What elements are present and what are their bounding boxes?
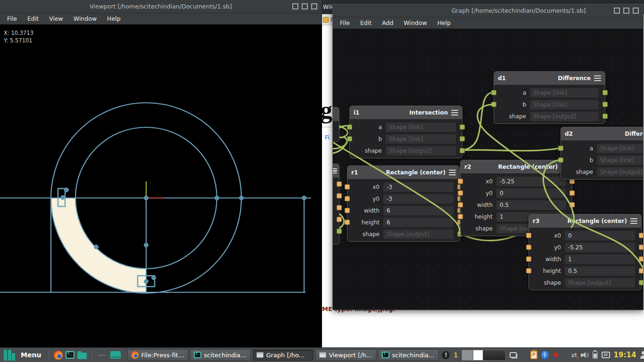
terminal-launcher-icon[interactable]: ❯_: [66, 351, 74, 359]
show-desktop-icon[interactable]: [110, 351, 121, 359]
viewport-canvas[interactable]: X: 10.3713 Y: 5.57101: [0, 25, 322, 347]
taskbar-button-label: scitechindia...: [392, 352, 434, 359]
node-graph-canvas[interactable]: i1IntersectionaShape [link]bShape [link]…: [333, 29, 643, 309]
menu-item-help[interactable]: Help: [102, 15, 126, 22]
taskbar-button-graph-ho[interactable]: Graph [/ho...: [253, 349, 314, 361]
taskbar-button-label: Graph [/ho...: [266, 352, 305, 359]
firefox-icon: [131, 351, 139, 359]
maximize-button[interactable]: [302, 3, 308, 9]
divider: [565, 350, 566, 360]
minimize-button[interactable]: [614, 8, 620, 14]
menu-item-window[interactable]: Window: [68, 15, 102, 22]
control-point[interactable]: [215, 196, 219, 200]
notification-count: 1: [454, 351, 457, 359]
graph-window-buttons: [614, 8, 639, 14]
menu-item-help[interactable]: Help: [432, 19, 456, 26]
viewport-title: Viewport [/home/scitechindian/Documents/…: [90, 3, 232, 10]
cursor-y: Y: 5.57101: [4, 37, 33, 44]
control-point[interactable]: [152, 276, 156, 280]
clipboard-icon[interactable]: P: [530, 351, 537, 359]
taskbar-button-file-press-fit[interactable]: File:Press-fit-...: [127, 349, 188, 361]
menu-item-window[interactable]: Window: [398, 19, 432, 26]
screensaver-icon[interactable]: zz: [602, 352, 610, 358]
bluetooth-icon[interactable]: ᛒ: [541, 351, 549, 360]
viewport-menubar: FileEditViewWindowHelp: [0, 13, 322, 25]
viewport-titlebar[interactable]: Viewport [/home/scitechindian/Documents/…: [0, 0, 322, 13]
terminal-icon: ❯: [382, 352, 389, 358]
control-point[interactable]: [302, 196, 306, 200]
taskbar-button-label: Viewport [/h...: [329, 352, 372, 359]
control-point[interactable]: [61, 196, 65, 200]
divider: [49, 350, 49, 360]
window-icon: [256, 352, 264, 358]
menu-item-file[interactable]: File: [2, 15, 22, 22]
control-point[interactable]: [94, 245, 99, 249]
control-point[interactable]: [239, 196, 244, 200]
cursor-x: X: 10.3713: [4, 29, 33, 37]
divider: [524, 350, 525, 360]
menu-button[interactable]: Menu: [21, 351, 41, 359]
control-point[interactable]: [65, 188, 69, 192]
user-icon[interactable]: [640, 351, 644, 359]
control-point[interactable]: [144, 280, 149, 284]
filled-arc-region[interactable]: [51, 198, 146, 293]
control-point[interactable]: [144, 196, 149, 200]
workspace-3[interactable]: [483, 350, 505, 360]
workspace-2[interactable]: [473, 350, 483, 360]
menu-item-edit[interactable]: Edit: [22, 15, 44, 22]
overflow-icon[interactable]: ⋯: [99, 351, 106, 359]
taskbar-button-scitechindia[interactable]: ❯scitechindia...: [190, 349, 251, 361]
minimize-button[interactable]: [292, 3, 298, 9]
viewport-window: Viewport [/home/scitechindian/Documents/…: [0, 0, 322, 347]
page-link-fragment[interactable]: Fi: [325, 134, 330, 141]
page-heading-fragment: g: [322, 96, 332, 124]
window-icon: [319, 352, 326, 358]
viewport-window-buttons: [292, 3, 317, 9]
menu-item-edit[interactable]: Edit: [355, 19, 377, 26]
divider: [91, 350, 92, 360]
graph-title: Graph [/home/scitechindian/Documents/1.s…: [452, 7, 586, 14]
close-button[interactable]: [311, 3, 317, 9]
taskbar-button-scitechindia[interactable]: ❯scitechindia...: [378, 349, 439, 361]
files-launcher-icon[interactable]: [77, 353, 87, 359]
desktop: Wiki Pr g Fi ME type: image/jpeg. Viewpo…: [0, 0, 644, 362]
window-list-icon[interactable]: [510, 352, 517, 358]
menu-logo-icon[interactable]: [4, 350, 15, 361]
network-icon[interactable]: ⇄x: [571, 351, 577, 359]
battery-icon[interactable]: [593, 351, 598, 359]
cursor-coordinates: X: 10.3713 Y: 5.57101: [4, 29, 33, 44]
taskbar-button-label: File:Press-fit-...: [141, 352, 184, 359]
close-button[interactable]: [633, 8, 639, 14]
firefox-launcher-icon[interactable]: [54, 351, 63, 360]
node-wires-overlay: [333, 29, 643, 309]
menu-item-add[interactable]: Add: [377, 19, 398, 26]
notification-icon[interactable]: !: [442, 351, 450, 359]
updates-icon[interactable]: ✸: [553, 351, 559, 359]
terminal-icon: ❯: [194, 352, 201, 358]
system-tray: ! 1 P ᛒ ✸ ⇄x )) zz 19:14: [442, 350, 644, 361]
taskbar-button-label: scitechindia...: [204, 352, 246, 359]
cad-drawing[interactable]: [0, 25, 322, 347]
menu-item-view[interactable]: View: [44, 15, 68, 22]
menu-item-file[interactable]: File: [335, 19, 355, 26]
graph-menubar: FileEditAddWindowHelp: [333, 17, 643, 29]
volume-icon[interactable]: )): [581, 352, 589, 358]
bookmark-icon: [323, 17, 329, 23]
taskbar-button-viewport-h[interactable]: Viewport [/h...: [315, 349, 376, 361]
workspace-1[interactable]: [462, 350, 473, 360]
control-point[interactable]: [144, 243, 149, 247]
graph-window: Graph [/home/scitechindian/Documents/1.s…: [332, 4, 644, 310]
taskbar: Menu ❯_ ⋯ File:Press-fit-...❯scitechindi…: [0, 347, 644, 362]
workspace-pager[interactable]: [462, 350, 506, 361]
maximize-button[interactable]: [623, 8, 629, 14]
graph-titlebar[interactable]: Graph [/home/scitechindian/Documents/1.s…: [333, 4, 643, 17]
clock[interactable]: 19:14: [614, 351, 636, 359]
